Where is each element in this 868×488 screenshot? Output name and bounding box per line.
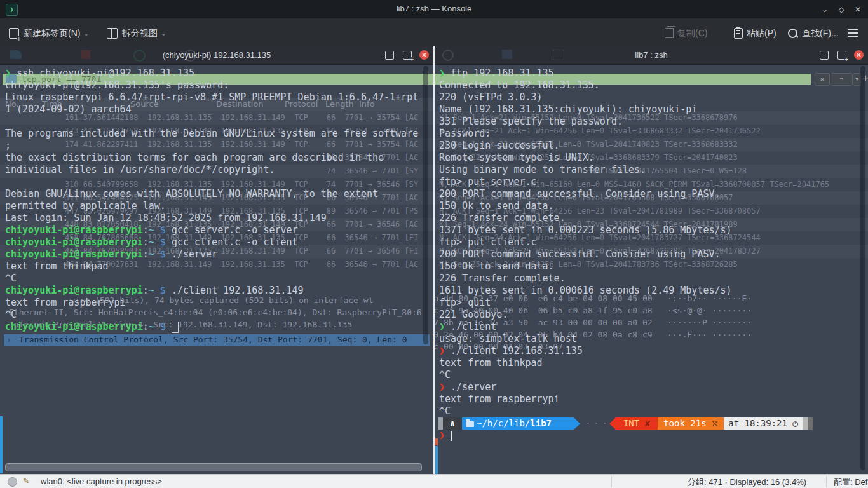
chevron-down-icon: ⌄	[161, 30, 166, 37]
pane-header-right: lib7 : zsh ✕	[435, 46, 868, 65]
close-pane-button-right[interactable]: ✕	[853, 50, 865, 61]
new-tab-pane-button[interactable]	[402, 50, 413, 61]
terminal-cursor-left	[172, 322, 179, 333]
capture-status: wlan0: <live capture in progress>	[41, 477, 162, 486]
divider	[611, 476, 612, 487]
terminal-left[interactable]: tcp.port == 7701 No.TimeSourceDestinatio…	[0, 64, 433, 474]
powerline-prompt: ∧ ~/h/c/lib/lib7 · · · INT ✘ took 21s ⧖ …	[438, 417, 864, 430]
close-icon: ✕	[854, 50, 864, 60]
scroll-indicator	[0, 416, 3, 473]
maximize-pane-button[interactable]	[818, 50, 830, 61]
duration-segment: took 21s ⧖	[658, 417, 724, 430]
hamburger-menu-icon	[848, 32, 858, 34]
powerline-arrow-icon	[609, 417, 616, 430]
terminal-output-left: ❯ ssh chiyoyuki-pi@192.168.31.135chiyoyu…	[5, 67, 418, 333]
close-button[interactable]: ✕	[851, 3, 864, 16]
pane-header-left: (chiyoyuki-pi) 192.168.31.135 ✕	[0, 46, 433, 65]
paste-button[interactable]: 粘贴(P)	[734, 25, 776, 40]
wireshark-statusbar: ✎ wlan0: <live capture in progress> 分组: …	[0, 474, 868, 488]
horizontal-scrollbar[interactable]	[5, 463, 422, 471]
chevron-down-icon: ⌄	[83, 30, 88, 37]
split-view-icon	[107, 28, 118, 39]
filter-clear-button[interactable]: ✕	[815, 73, 830, 86]
maximize-pane-button[interactable]	[384, 50, 395, 61]
time-segment: at 18:39:21 ◷	[724, 417, 803, 430]
close-icon: ✕	[419, 50, 429, 60]
powerline-cap	[438, 417, 443, 430]
expand-icon	[385, 51, 394, 60]
search-icon	[788, 29, 797, 38]
terminal-pane-left: (chiyoyuki-pi) 192.168.31.135 ✕ tcp.port…	[0, 46, 433, 474]
window-title: lib7 : zsh — Konsole	[0, 4, 868, 13]
powerline-dots: · · ·	[586, 417, 607, 430]
maximize-button[interactable]: ◇	[835, 3, 848, 16]
window-titlebar: ❯ lib7 : zsh — Konsole ⌄ ◇ ✕	[0, 0, 868, 18]
profile-label: 配置: Defaul	[834, 477, 868, 488]
new-tab-pane-button[interactable]	[836, 50, 848, 61]
find-button[interactable]: 查找(F)...	[788, 25, 839, 40]
toolbar: 新建标签页(N)⌄ 拆分视图⌄ 复制(C) 粘贴(P) 查找(F)...	[0, 18, 868, 47]
new-tab-button[interactable]: 新建标签页(N)⌄	[9, 25, 89, 40]
terminal-right[interactable]: ✕ ➡ ▾ + K] Seq=1 Ack=21 Win=65152 Len=0 …	[435, 64, 868, 474]
new-tab-icon	[9, 28, 19, 39]
terminal-pane-right: lib7 : zsh ✕ ✕ ➡ ▾ + K] Seq=1 Ack=21 Win…	[435, 46, 868, 474]
os-arch-segment: ∧	[443, 417, 462, 430]
pane-title-left: (chiyoyuki-pi) 192.168.31.135	[0, 50, 433, 60]
new-tab-icon	[403, 51, 412, 60]
filter-apply-button[interactable]: ➡	[831, 73, 853, 86]
new-tab-icon	[837, 51, 846, 60]
folder-icon	[466, 421, 474, 427]
scroll-indicator	[435, 446, 438, 474]
selected-detail-row[interactable]: › Transmission Control Protocol, Src Por…	[4, 334, 430, 346]
copy-button[interactable]: 复制(C)	[665, 25, 707, 40]
exit-status-segment: INT ✘	[616, 417, 658, 430]
vertical-scrollbar-right[interactable]	[860, 66, 865, 470]
menu-button[interactable]	[848, 25, 858, 40]
scroll-mark	[435, 438, 438, 445]
packet-counts: 分组: 471 · Displayed: 16 (3.4%)	[688, 477, 806, 488]
minimize-button[interactable]: ⌄	[818, 3, 831, 16]
expand-icon	[820, 51, 829, 60]
cwd-segment: ~/h/c/lib/lib7	[462, 417, 574, 430]
powerline-cap	[803, 417, 808, 430]
powerline-arrow-icon	[574, 417, 580, 430]
split-view-button[interactable]: 拆分视图⌄	[107, 25, 166, 40]
pane-title-right: lib7 : zsh	[435, 50, 868, 60]
pane-splitter[interactable]	[433, 46, 435, 474]
paste-icon	[734, 28, 743, 39]
divider	[826, 476, 827, 487]
vertical-scrollbar-left[interactable]	[423, 66, 428, 344]
edit-comment-icon[interactable]: ✎	[23, 477, 29, 485]
copy-icon	[665, 28, 674, 38]
powerline-cap	[808, 417, 813, 430]
terminal-output-right: ❯ ftp 192.168.31.135Connected to 192.168…	[439, 67, 732, 442]
expert-info-icon[interactable]	[8, 477, 17, 487]
close-pane-button-left[interactable]: ✕	[419, 50, 430, 61]
konsole-window: ❯ lib7 : zsh — Konsole ⌄ ◇ ✕ 新建标签页(N)⌄ 拆…	[0, 0, 868, 488]
terminal-cursor-right	[451, 431, 452, 441]
